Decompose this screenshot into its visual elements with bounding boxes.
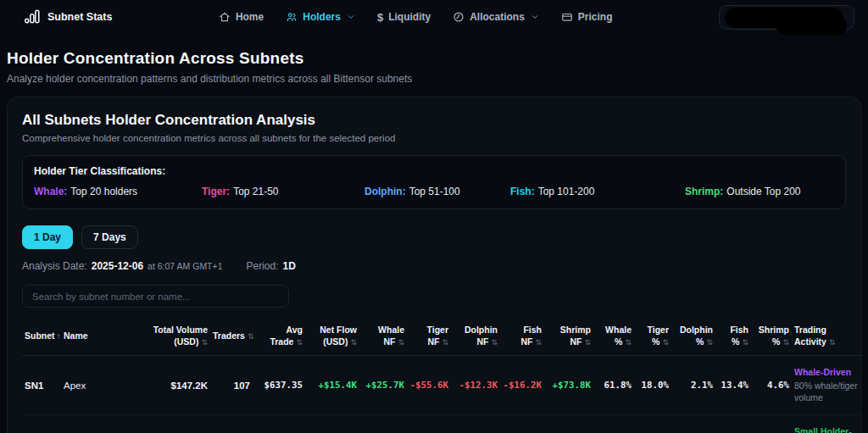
subnets-table: Subnet↑NameTotal Volume (USD)⇅Traders⇅Av… <box>22 319 863 433</box>
column-header-shrimp_pct[interactable]: Shrimp %⇅ <box>751 319 792 356</box>
cell-value: 18.0% <box>641 380 669 391</box>
table-row[interactable]: SN2omron$26.9K66$23.44-$8.8K-$0-$0-$16.4… <box>22 415 863 433</box>
column-header-avg_trade[interactable]: Avg Trade⇅ <box>253 319 305 356</box>
search-input[interactable] <box>22 285 289 308</box>
column-header-activity[interactable]: Trading Activity⇅ <box>792 319 863 356</box>
column-label: Name <box>64 330 88 341</box>
cell-tiger_nf: -$0 <box>407 415 451 433</box>
page-title: Holder Concentration Across Subnets <box>7 49 861 68</box>
column-header-net_flow[interactable]: Net Flow (USD)⇅ <box>305 319 359 356</box>
nav-item-label: Home <box>236 11 264 23</box>
cell-whale_nf: +$25.7K <box>359 356 407 415</box>
cell-value: 2.1% <box>691 380 713 391</box>
column-header-fish_pct[interactable]: Fish %⇅ <box>715 319 751 356</box>
column-header-total_volume[interactable]: Total Volume (USD)⇅ <box>146 319 210 356</box>
cell-whale_pct: 0.0% <box>593 415 634 433</box>
column-label: Subnet <box>25 330 55 341</box>
card-title: All Subnets Holder Concentration Analysi… <box>22 112 846 129</box>
tier-row: Whale:Top 20 holdersTiger:Top 21-50Dolph… <box>34 186 834 197</box>
clock-icon <box>453 11 465 23</box>
cell-net_flow: +$15.4K <box>305 356 359 415</box>
cell-whale_pct: 61.8% <box>593 356 634 415</box>
cell-traders: 107 <box>210 356 253 415</box>
tier-heading: Holder Tier Classifications: <box>34 165 834 177</box>
trading-activity-label: Whale-Driven <box>794 367 860 379</box>
column-header-whale_pct[interactable]: Whale %⇅ <box>593 319 634 356</box>
nav-item-label: Liquidity <box>388 11 431 23</box>
sort-icon: ⇅ <box>350 338 357 347</box>
period-7days-button[interactable]: 7 Days <box>81 225 138 249</box>
cell-value: SN1 <box>25 380 43 391</box>
column-header-shrimp_nf[interactable]: Shrimp NF⇅ <box>544 319 593 356</box>
page-header: Holder Concentration Across Subnets Anal… <box>0 34 868 85</box>
nav-item-holders[interactable]: Holders <box>286 11 355 23</box>
nav-item-label: Pricing <box>578 11 613 23</box>
cell-shrimp_nf: +$73.8K <box>544 356 593 415</box>
column-header-subnet[interactable]: Subnet↑ <box>22 319 61 356</box>
column-header-traders[interactable]: Traders⇅ <box>210 319 253 356</box>
period-toggle: 1 Day 7 Days <box>22 225 846 249</box>
tier-desc: Top 20 holders <box>70 186 137 197</box>
cell-tiger_nf: -$55.6K <box>407 356 451 415</box>
cell-traders: 66 <box>210 415 253 433</box>
column-header-dolphin_pct[interactable]: Dolphin %⇅ <box>671 319 715 356</box>
cell-tiger_pct: 0.0% <box>634 415 671 433</box>
analysis-card: All Subnets Holder Concentration Analysi… <box>7 97 861 433</box>
table-header-row: Subnet↑NameTotal Volume (USD)⇅Traders⇅Av… <box>22 319 863 356</box>
period-value: 1D <box>283 260 296 272</box>
sort-icon: ⇅ <box>829 338 836 347</box>
period-1day-button[interactable]: 1 Day <box>22 225 73 249</box>
column-header-whale_nf[interactable]: Whale NF⇅ <box>359 319 407 356</box>
dollar-icon: $ <box>377 11 383 24</box>
chevron-down-icon <box>531 13 539 21</box>
cell-name: Apex <box>61 356 146 415</box>
tier-desc: Top 101-200 <box>538 186 595 197</box>
cell-dolphin_nf: -$12.3K <box>451 356 500 415</box>
tier-desc: Top 51-100 <box>409 186 460 197</box>
tier-name: Tiger: <box>202 186 230 197</box>
users-icon <box>286 11 298 23</box>
nav-item-pricing[interactable]: Pricing <box>561 11 613 23</box>
nav-item-home[interactable]: Home <box>219 11 264 23</box>
tier-item: Dolphin:Top 51-100 <box>364 186 510 197</box>
cell-shrimp_pct: 36.4% <box>751 415 792 433</box>
period-label: Period: <box>247 260 279 272</box>
cell-fish_pct: 13.4% <box>715 356 751 415</box>
sort-icon: ⇅ <box>201 338 208 347</box>
flow-value: -$12.3K <box>459 380 498 391</box>
cell-dolphin_pct: 2.1% <box>671 356 715 415</box>
credit-card-icon <box>561 11 573 23</box>
sort-icon: ⇅ <box>442 338 448 347</box>
tier-item: Fish:Top 101-200 <box>510 186 685 197</box>
column-header-tiger_pct[interactable]: Tiger %⇅ <box>634 319 671 356</box>
cell-dolphin_pct: 0.0% <box>671 415 715 433</box>
nav-links: Home Holders $ Liquidity Allocations <box>219 11 613 24</box>
table-row[interactable]: SN1Apex$147.2K107$637.35+$15.4K+$25.7K-$… <box>22 356 863 415</box>
analysis-date: 2025-12-06 <box>92 260 143 272</box>
column-label: Trading Activity <box>794 325 826 347</box>
column-header-dolphin_nf[interactable]: Dolphin NF⇅ <box>451 319 500 356</box>
column-header-fish_nf[interactable]: Fish NF⇅ <box>500 319 544 356</box>
nav-item-liquidity[interactable]: $ Liquidity <box>377 11 431 24</box>
column-header-tiger_nf[interactable]: Tiger NF⇅ <box>407 319 451 356</box>
brand[interactable]: Subnet Stats <box>24 8 112 25</box>
column-label: Total Volume (USD) <box>153 325 208 347</box>
trading-activity-label: Small Holder-Driven <box>794 426 860 433</box>
redaction-scribble <box>776 16 847 35</box>
sort-icon: ⇅ <box>296 338 303 347</box>
sort-icon: ⇅ <box>782 338 789 347</box>
column-label: Traders <box>213 330 245 341</box>
bar-chart-logo-icon <box>24 8 41 25</box>
sort-icon: ⇅ <box>742 338 748 347</box>
tier-desc: Top 21-50 <box>233 186 278 197</box>
tier-name: Shrimp: <box>685 186 723 197</box>
analysis-time: at 6:07 AM GMT+1 <box>147 261 222 271</box>
sort-icon: ⇅ <box>535 338 542 347</box>
cell-value: 61.8% <box>604 380 632 391</box>
nav-item-label: Holders <box>303 11 341 23</box>
cell-activity: Whale-Driven80% whale/tiger volume <box>792 356 863 415</box>
nav-item-allocations[interactable]: Allocations <box>453 11 539 23</box>
column-header-name[interactable]: Name <box>61 319 146 356</box>
sort-icon: ⇅ <box>662 338 669 347</box>
wallet-button[interactable] <box>719 5 854 30</box>
